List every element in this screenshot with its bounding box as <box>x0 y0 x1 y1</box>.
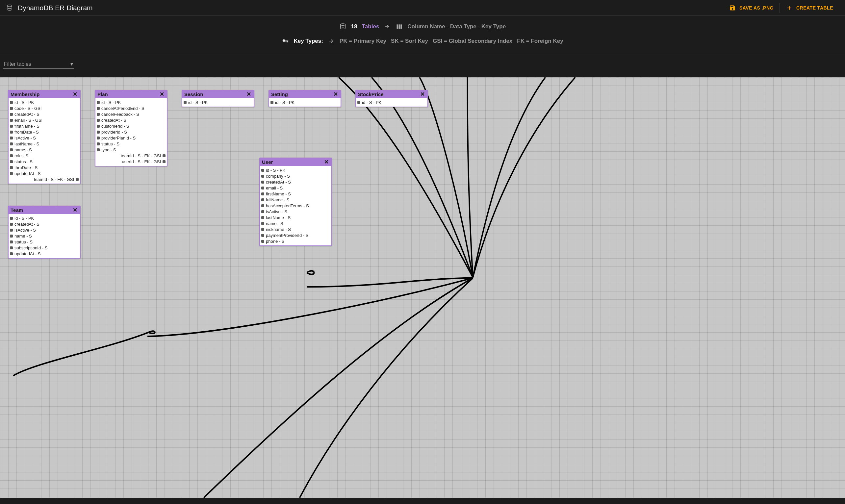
port-icon[interactable] <box>10 125 13 128</box>
column-row[interactable]: firstName - S <box>260 191 331 197</box>
column-row[interactable]: status - S <box>8 159 80 164</box>
column-row[interactable]: id - S - PK <box>8 100 80 105</box>
port-icon[interactable] <box>261 186 264 190</box>
column-row[interactable]: isActive - S <box>260 209 331 215</box>
port-icon[interactable] <box>10 154 13 157</box>
column-row[interactable]: createdAt - S <box>8 221 80 227</box>
close-icon[interactable]: ✕ <box>323 159 329 165</box>
port-icon[interactable] <box>261 204 264 207</box>
port-icon[interactable] <box>261 216 264 219</box>
table-node-team[interactable]: Team✕id - S - PKcreatedAt - SisActive - … <box>8 205 80 258</box>
port-icon[interactable] <box>261 198 264 201</box>
table-header[interactable]: StockPrice✕ <box>356 90 428 98</box>
port-icon[interactable] <box>10 172 13 175</box>
table-header[interactable]: User✕ <box>260 158 331 166</box>
table-node-user[interactable]: User✕id - S - PKcompany - ScreatedAt - S… <box>259 158 332 246</box>
port-icon[interactable] <box>97 107 100 110</box>
create-table-button[interactable]: CREATE TABLE <box>780 1 839 15</box>
close-icon[interactable]: ✕ <box>333 91 339 97</box>
port-icon[interactable] <box>10 252 13 255</box>
column-row[interactable]: phone - S <box>260 238 331 244</box>
port-icon[interactable] <box>97 113 100 116</box>
column-row[interactable]: id - S - PK <box>260 167 331 173</box>
port-icon[interactable] <box>270 101 273 104</box>
port-icon[interactable] <box>10 235 13 237</box>
column-row[interactable]: status - S <box>8 239 80 245</box>
column-row[interactable]: fromDate - S <box>8 129 80 135</box>
column-row[interactable]: createdAt - S <box>8 111 80 117</box>
port-icon[interactable] <box>10 101 13 104</box>
close-icon[interactable]: ✕ <box>159 91 165 97</box>
column-row[interactable]: firstName - S <box>8 123 80 129</box>
port-icon[interactable] <box>97 119 100 122</box>
column-row[interactable]: role - S <box>8 152 80 159</box>
column-row[interactable]: id - S - PK <box>95 100 167 105</box>
diagram-canvas[interactable]: Membership✕id - S - PKcode - S - GSIcrea… <box>0 77 845 498</box>
table-header[interactable]: Plan✕ <box>95 90 167 98</box>
close-icon[interactable]: ✕ <box>246 91 252 97</box>
column-row[interactable]: type - S <box>95 147 167 152</box>
port-icon[interactable] <box>10 148 13 151</box>
column-row[interactable]: lastName - S <box>8 141 80 147</box>
column-row-fk[interactable]: userId - S - FK - GSI <box>95 159 167 164</box>
filter-tables-select[interactable]: Filter tables ▾ <box>3 58 74 69</box>
column-row[interactable]: email - S <box>260 185 331 191</box>
port-icon[interactable] <box>10 119 13 122</box>
port-icon[interactable] <box>10 229 13 232</box>
column-row[interactable]: cancelFeedback - S <box>95 111 167 117</box>
column-row[interactable]: id - S - PK <box>182 100 254 105</box>
port-icon[interactable] <box>10 131 13 133</box>
table-header[interactable]: Membership✕ <box>8 90 80 98</box>
port-icon[interactable] <box>10 142 13 145</box>
port-icon[interactable] <box>97 125 100 128</box>
port-icon[interactable] <box>261 228 264 231</box>
port-icon[interactable] <box>261 181 264 184</box>
column-row-fk[interactable]: teamId - S - FK - GSI <box>8 176 80 182</box>
port-icon[interactable] <box>10 223 13 226</box>
table-node-membership[interactable]: Membership✕id - S - PKcode - S - GSIcrea… <box>8 90 80 184</box>
close-icon[interactable]: ✕ <box>72 91 78 97</box>
column-row[interactable]: updatedAt - S <box>8 251 80 257</box>
port-icon[interactable] <box>261 240 264 243</box>
column-row[interactable]: name - S <box>260 220 331 226</box>
column-row[interactable]: status - S <box>95 141 167 147</box>
port-icon[interactable] <box>357 101 360 104</box>
port-icon[interactable] <box>10 113 13 116</box>
column-row[interactable]: isActive - S <box>8 227 80 233</box>
port-icon[interactable] <box>10 166 13 169</box>
column-row[interactable]: fullName - S <box>260 197 331 203</box>
port-icon[interactable] <box>261 175 264 178</box>
column-row[interactable]: nickname - S <box>260 226 331 232</box>
table-node-setting[interactable]: Setting✕id - S - PK <box>269 90 341 107</box>
port-icon[interactable] <box>97 142 100 145</box>
port-icon[interactable] <box>10 217 13 220</box>
port-icon[interactable] <box>184 101 186 104</box>
port-icon[interactable] <box>261 222 264 225</box>
column-row[interactable]: id - S - PK <box>356 100 428 105</box>
port-icon[interactable] <box>10 240 13 244</box>
port-icon[interactable] <box>261 234 264 237</box>
column-row[interactable]: name - S <box>8 233 80 239</box>
column-row[interactable]: isActive - S <box>8 135 80 141</box>
port-icon[interactable] <box>10 160 13 163</box>
port-icon[interactable] <box>97 131 100 133</box>
column-row[interactable]: name - S <box>8 147 80 152</box>
port-icon[interactable] <box>76 178 79 181</box>
column-row[interactable]: hasAcceptedTerms - S <box>260 203 331 209</box>
table-node-stockprice[interactable]: StockPrice✕id - S - PK <box>355 90 428 107</box>
column-row[interactable]: company - S <box>260 173 331 179</box>
port-icon[interactable] <box>10 107 13 110</box>
column-row[interactable]: providerPlanId - S <box>95 135 167 141</box>
column-row[interactable]: createdAt - S <box>260 179 331 185</box>
column-row[interactable]: customerId - S <box>95 123 167 129</box>
column-row[interactable]: updatedAt - S <box>8 170 80 176</box>
port-icon[interactable] <box>97 148 100 151</box>
column-row[interactable]: email - S - GSI <box>8 117 80 123</box>
table-header[interactable]: Team✕ <box>8 206 80 214</box>
port-icon[interactable] <box>261 193 264 195</box>
column-row[interactable]: id - S - PK <box>269 100 341 105</box>
port-icon[interactable] <box>261 169 264 172</box>
table-node-session[interactable]: Session✕id - S - PK <box>182 90 254 107</box>
port-icon[interactable] <box>97 101 100 104</box>
column-row-fk[interactable]: teamId - S - FK - GSI <box>95 152 167 159</box>
